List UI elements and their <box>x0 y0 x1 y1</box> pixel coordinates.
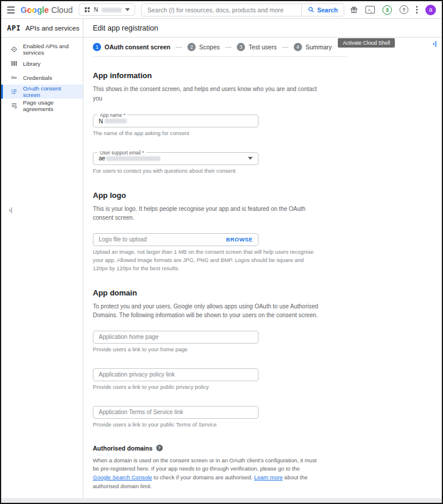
subsection-title-text: Authorised domains <box>93 445 153 452</box>
sidebar-item-library[interactable]: Library <box>1 56 83 70</box>
section-title: App logo <box>93 191 348 200</box>
search-box: Search (/) for resources, docs, products… <box>141 4 344 16</box>
privacy-policy-link-field[interactable]: Application privacy policy link <box>93 368 259 381</box>
step-number: 1 <box>93 43 101 51</box>
step-label: Test users <box>249 43 277 51</box>
field-helper: Provide users a link to your public Term… <box>93 421 318 429</box>
step-label: Scopes <box>199 43 220 51</box>
help-badge-icon[interactable]: ? <box>156 445 163 451</box>
sidebar-item-page-usage-agreements[interactable]: Page usage agreements <box>1 99 83 113</box>
google-cloud-console: Google Cloud N Search (/) for resources,… <box>0 0 443 504</box>
sidebar-collapse-icon[interactable]: ‹| <box>9 207 12 213</box>
terms-of-service-link-field[interactable]: Application Terms of Service link <box>93 406 259 419</box>
learn-more-link[interactable]: Learn more <box>254 474 283 481</box>
app-name-group: App name * N The name of the app asking … <box>93 115 348 138</box>
sidebar-item-enabled-apis[interactable]: Enabled APIs and services <box>1 42 83 56</box>
step-test-users[interactable]: 3 Test users <box>237 43 277 51</box>
search-button-label: Search <box>317 6 338 14</box>
section-app-domain: App domain To protect you and your users… <box>93 288 348 429</box>
field-helper: For users to contact you with questions … <box>93 167 318 176</box>
field-helper: Provide users a link to your home page <box>93 346 318 354</box>
sidebar-item-credentials[interactable]: Credentials <box>1 70 83 85</box>
more-options-icon[interactable] <box>416 6 418 14</box>
stepper: 1 OAuth consent screen 2 Scopes 3 Test u… <box>93 38 348 57</box>
library-icon <box>10 60 18 68</box>
step-number: 4 <box>294 43 302 51</box>
sidebar-item-label: Library <box>23 61 41 67</box>
sidebar-item-label: Credentials <box>23 75 52 81</box>
cloud-shell-tooltip: Activate Cloud Shell <box>338 38 395 48</box>
consent-screen-icon <box>10 88 18 96</box>
google-cloud-logo[interactable]: Google Cloud <box>21 5 73 15</box>
cloud-wordmark: Cloud <box>51 5 73 15</box>
top-bar: Google Cloud N Search (/) for resources,… <box>1 1 442 19</box>
section-app-information: App information This shows in the consen… <box>93 71 348 176</box>
cloud-shell-icon[interactable]: >_ <box>365 6 375 14</box>
section-title: App information <box>93 71 348 80</box>
sidebar-header: API APIs and services <box>1 19 83 38</box>
sidebar: API APIs and services Enabled APIs and s… <box>1 19 83 503</box>
key-icon <box>10 74 18 82</box>
step-scopes[interactable]: 2 Scopes <box>187 43 220 51</box>
terms-of-service-group: Application Terms of Service link Provid… <box>93 406 348 429</box>
gift-icon[interactable] <box>350 6 358 14</box>
field-helper: The name of the app asking for consent <box>93 130 318 138</box>
redacted-text <box>106 156 160 161</box>
field-label: User support email * <box>98 150 146 156</box>
support-email-group: User support email * ae For users to con… <box>93 152 348 176</box>
field-helper: Provide users a link to your public priv… <box>93 384 318 392</box>
step-number: 3 <box>237 43 245 51</box>
field-placeholder: Application Terms of Service link <box>99 409 183 415</box>
notifications-badge[interactable]: 3 <box>382 5 392 15</box>
project-name: N <box>94 6 98 13</box>
step-number: 2 <box>187 43 196 51</box>
subsection-title: Authorised domains ? <box>93 445 348 452</box>
field-value: N <box>99 118 103 125</box>
search-icon <box>308 6 314 13</box>
field-value: ae <box>99 155 105 162</box>
desc-text: to check if your domains are authorised. <box>152 474 254 481</box>
field-placeholder: Application privacy policy link <box>99 371 175 378</box>
project-selector[interactable]: N <box>79 4 135 16</box>
google-search-console-link[interactable]: Google Search Console <box>93 474 152 481</box>
api-logo: API <box>7 24 21 32</box>
sidebar-item-label: Page usage agreements <box>23 99 78 112</box>
search-button[interactable]: Search <box>301 4 344 16</box>
dropdown-arrow-icon[interactable] <box>248 157 253 160</box>
sidebar-item-label: Enabled APIs and services <box>23 43 78 56</box>
avatar[interactable]: a <box>425 5 436 15</box>
section-title: App domain <box>93 288 348 297</box>
google-wordmark: Google <box>21 5 49 15</box>
step-connector <box>225 47 231 48</box>
sidebar-nav: Enabled APIs and services Library <box>1 38 83 113</box>
field-placeholder: Logo file to upload <box>99 236 147 243</box>
field-placeholder: Application home page <box>99 334 159 340</box>
page-header: Edit app registration <box>83 19 442 38</box>
bottom-scrollbar-track[interactable] <box>1 498 442 503</box>
browse-button[interactable]: BROWSE <box>226 236 253 243</box>
step-summary[interactable]: 4 Summary <box>294 43 332 51</box>
collapse-panel-icon[interactable]: ‹| <box>432 40 437 47</box>
step-connector <box>176 47 182 48</box>
step-label: Summary <box>306 43 332 51</box>
application-home-page-field[interactable]: Application home page <box>93 331 259 344</box>
help-icon[interactable]: ? <box>400 5 408 14</box>
agreements-icon <box>10 102 18 110</box>
privacy-policy-group: Application privacy policy link Provide … <box>93 368 348 392</box>
section-description: This is your logo. It helps people recog… <box>93 204 318 223</box>
user-support-email-field[interactable]: User support email * ae <box>93 152 259 165</box>
section-authorised-domains: Authorised domains ? When a domain is us… <box>93 445 348 504</box>
step-connector <box>282 47 288 48</box>
redacted-text <box>105 119 127 123</box>
logo-upload-group: Logo file to upload BROWSE Upload an ima… <box>93 233 348 273</box>
sidebar-item-oauth-consent-screen[interactable]: OAuth consent screen <box>1 85 83 99</box>
redacted-text <box>102 8 122 12</box>
search-input[interactable]: Search (/) for resources, docs, products… <box>142 6 301 14</box>
logo-file-field[interactable]: Logo file to upload BROWSE <box>93 233 259 246</box>
hamburger-menu-icon[interactable] <box>7 6 15 14</box>
step-oauth-consent-screen[interactable]: 1 OAuth consent screen <box>93 43 170 51</box>
chevron-down-icon <box>125 8 130 11</box>
desc-text: When a domain is used on the consent scr… <box>93 457 317 472</box>
dashboard-icon <box>10 46 18 53</box>
app-name-field[interactable]: App name * N <box>93 115 259 127</box>
